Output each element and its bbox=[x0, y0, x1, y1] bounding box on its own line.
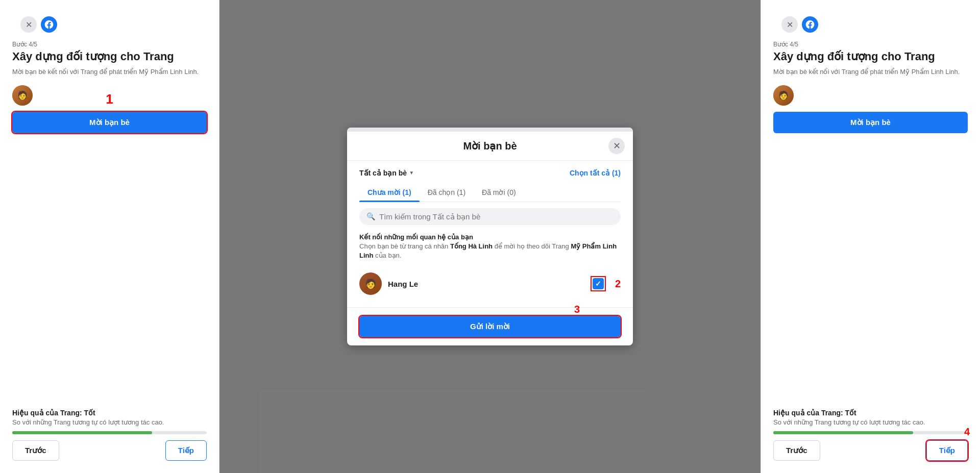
right-page-description: Mời bạn bè kết nối với Trang để phát tri… bbox=[773, 67, 968, 77]
search-box: 🔍 bbox=[359, 208, 621, 225]
modal-title: Mời bạn bè bbox=[463, 140, 517, 152]
right-spacer bbox=[773, 133, 968, 401]
left-invite-button[interactable]: Mời bạn bè bbox=[12, 112, 207, 133]
right-avatar-img: 🧑 bbox=[773, 85, 794, 106]
right-performance-section: Hiệu quả của Trang: Tốt So với những Tra… bbox=[773, 409, 968, 434]
right-avatar: 🧑 bbox=[773, 85, 794, 106]
left-bottom-nav: Trước Tiếp bbox=[12, 440, 207, 463]
left-spacer bbox=[12, 133, 207, 401]
modal-footer: 3 Gửi lời mời bbox=[347, 307, 633, 345]
modal-body: Tất cả bạn bè ▼ Chọn tất cả (1) Chưa mời… bbox=[347, 161, 633, 307]
tab-chua-moi[interactable]: Chưa mời (1) bbox=[359, 183, 420, 202]
tab-da-chon[interactable]: Đã chọn (1) bbox=[420, 183, 474, 202]
red-label-3: 3 bbox=[574, 304, 580, 315]
left-page-description: Mời bạn bè kết nối với Trang để phát tri… bbox=[12, 67, 207, 77]
right-back-button[interactable]: Trước bbox=[773, 440, 820, 461]
tabs-row: Chưa mời (1) Đã chọn (1) Đã mời (0) bbox=[359, 183, 621, 202]
left-close-button[interactable]: ✕ bbox=[20, 16, 37, 33]
send-btn-wrapper: 3 Gửi lời mời bbox=[359, 316, 621, 337]
right-performance-title: Hiệu quả của Trang: Tốt bbox=[773, 409, 968, 417]
connect-section: Kết nối những mối quan hệ của bạn Chọn b… bbox=[359, 233, 621, 260]
chevron-down-icon: ▼ bbox=[409, 170, 414, 176]
modal-header: Mời bạn bè ✕ bbox=[347, 132, 633, 161]
red-label-2: 2 bbox=[615, 278, 621, 290]
modal-close-button[interactable]: ✕ bbox=[608, 138, 625, 154]
left-step-label: Bước 4/5 bbox=[12, 41, 207, 48]
friend-name: Hang Le bbox=[388, 280, 585, 288]
left-avatar-img: 🧑 bbox=[12, 85, 33, 106]
right-invite-button[interactable]: Mời bạn bè bbox=[773, 112, 968, 133]
left-progress-bar-container bbox=[12, 431, 207, 434]
connect-desc: Chọn bạn bè từ trang cá nhân Tống Hà Lin… bbox=[359, 242, 621, 260]
right-panel: ✕ Bước 4/5 Xây dựng đối tượng cho Trang … bbox=[761, 0, 980, 473]
right-progress-bar-container bbox=[773, 431, 968, 434]
right-avatar-row: 🧑 bbox=[773, 85, 968, 106]
left-facebook-icon bbox=[41, 16, 57, 33]
send-invite-button[interactable]: Gửi lời mời bbox=[359, 316, 621, 337]
left-progress-bar-fill bbox=[12, 431, 152, 434]
filter-label: Tất cả bạn bè bbox=[359, 169, 407, 177]
red-label-4: 4 bbox=[964, 426, 970, 438]
modal-overlay: Mời bạn bè ✕ Tất cả bạn bè ▼ Chọn tất cả… bbox=[219, 0, 761, 473]
right-progress-bar-fill bbox=[773, 431, 913, 434]
friend-avatar: 🧑 bbox=[359, 272, 382, 295]
left-avatar: 🧑 bbox=[12, 85, 33, 106]
filter-dropdown[interactable]: Tất cả bạn bè ▼ bbox=[359, 169, 414, 177]
search-input[interactable] bbox=[379, 212, 614, 221]
left-page-title: Xây dựng đối tượng cho Trang bbox=[12, 50, 207, 63]
right-next-button[interactable]: Tiếp bbox=[926, 440, 968, 461]
right-close-button[interactable]: ✕ bbox=[781, 16, 798, 33]
checkbox-wrapper: ✓ bbox=[592, 277, 605, 290]
tab-da-moi[interactable]: Đã mời (0) bbox=[474, 183, 524, 202]
right-step-label: Bước 4/5 bbox=[773, 41, 968, 48]
left-performance-section: Hiệu quả của Trang: Tốt So với những Tra… bbox=[12, 409, 207, 434]
left-red-label-1: 1 bbox=[106, 91, 113, 107]
left-invite-wrapper: 1 Mời bạn bè bbox=[12, 106, 207, 133]
left-panel: ✕ Bước 4/5 Xây dựng đối tượng cho Trang … bbox=[0, 0, 219, 473]
right-top-bar: ✕ bbox=[773, 10, 968, 33]
modal-dialog: Mời bạn bè ✕ Tất cả bạn bè ▼ Chọn tất cả… bbox=[347, 128, 633, 345]
left-next-button[interactable]: Tiếp bbox=[165, 440, 207, 461]
modal-top-bar bbox=[347, 128, 633, 132]
filter-row: Tất cả bạn bè ▼ Chọn tất cả (1) bbox=[359, 169, 621, 177]
right-next-wrapper: Tiếp 4 bbox=[926, 440, 968, 461]
left-performance-desc: So với những Trang tương tự có lượt tươn… bbox=[12, 418, 207, 427]
right-performance-desc: So với những Trang tương tự có lượt tươn… bbox=[773, 418, 968, 427]
left-back-button[interactable]: Trước bbox=[12, 440, 59, 461]
friend-item: 🧑 Hang Le ✓ 2 bbox=[359, 268, 621, 299]
connect-title: Kết nối những mối quan hệ của bạn bbox=[359, 233, 621, 241]
right-page-title: Xây dựng đối tượng cho Trang bbox=[773, 50, 968, 63]
select-all-link[interactable]: Chọn tất cả (1) bbox=[570, 169, 621, 177]
checkmark-icon: ✓ bbox=[595, 280, 601, 288]
left-top-bar: ✕ bbox=[12, 10, 207, 33]
right-bottom-nav: Trước Tiếp 4 bbox=[773, 440, 968, 463]
friend-checkbox[interactable]: ✓ bbox=[593, 278, 604, 289]
left-performance-title: Hiệu quả của Trang: Tốt bbox=[12, 409, 207, 417]
right-facebook-icon bbox=[802, 16, 818, 33]
search-icon: 🔍 bbox=[366, 212, 375, 220]
